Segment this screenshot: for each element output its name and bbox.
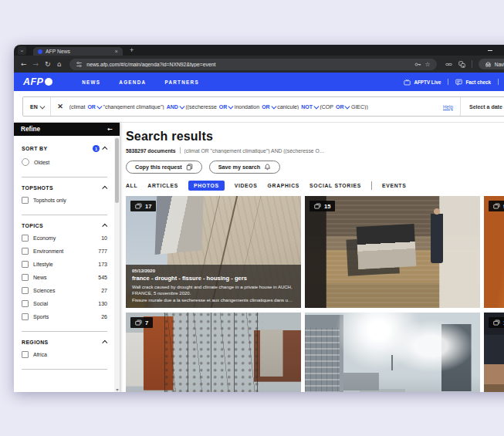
translate-icon[interactable]: [458, 61, 465, 68]
tab-close-icon[interactable]: ×: [115, 49, 118, 55]
checkbox-option[interactable]: Environment777: [22, 248, 107, 255]
incognito-icon: [485, 61, 492, 68]
bookmark-star-icon[interactable]: ☆: [425, 61, 431, 68]
nav-agenda[interactable]: AGENDA: [119, 79, 146, 85]
clear-search-icon[interactable]: ✕: [51, 103, 69, 110]
scrollbar-thumb[interactable]: [115, 138, 119, 203]
document-count: 5838297 documents: [126, 148, 176, 154]
link-icon[interactable]: [445, 61, 452, 68]
photo-result-card[interactable]: 1705/12/2020france - drought - fissure -…: [126, 196, 301, 308]
forward-icon[interactable]: →: [33, 61, 39, 68]
checkbox-control[interactable]: [22, 235, 29, 242]
checkbox-option[interactable]: News545: [22, 274, 107, 281]
checkbox-option[interactable]: Topshots only: [22, 197, 107, 204]
minimize-button[interactable]: [488, 50, 492, 51]
tab-all[interactable]: ALL: [126, 181, 137, 191]
tab-photos[interactable]: PHOTOS: [188, 181, 225, 191]
checkbox-option[interactable]: Africa: [22, 351, 107, 358]
help-link[interactable]: Help: [443, 104, 453, 110]
option-count: 26: [101, 314, 107, 319]
afp-logo-dot-icon: [45, 78, 52, 86]
photo-result-card[interactable]: [305, 313, 480, 392]
address-bar[interactable]: news.afp.com/#/c/main/agenda?id=NXN92&ty…: [69, 59, 436, 70]
query-operator[interactable]: NOT: [301, 104, 317, 110]
checkbox-option[interactable]: Lifestyle173: [22, 261, 107, 268]
query-term: (COP: [320, 104, 333, 110]
section-header[interactable]: REGIONS: [22, 340, 107, 345]
tab-events[interactable]: EVENTS: [382, 181, 406, 191]
section-header[interactable]: TOPICS: [22, 223, 107, 228]
chevron-down-icon: [314, 104, 319, 109]
section-title: TOPICS: [22, 223, 43, 228]
radio-control[interactable]: [22, 158, 29, 166]
tab-articles[interactable]: ARTICLES: [147, 181, 178, 191]
browser-window: ⌄ AFP News × + × ← → ↻ ⌂ news.afp.com/#/…: [14, 45, 504, 392]
query-operator[interactable]: AND: [167, 104, 184, 110]
browser-tab[interactable]: AFP News ×: [33, 47, 123, 56]
nav-partners[interactable]: PARTNERS: [164, 79, 199, 85]
query-token-text: canicule): [277, 104, 299, 110]
sidebar-scrollbar[interactable]: [114, 136, 120, 392]
query-operator[interactable]: OR: [262, 104, 275, 110]
checkbox-control[interactable]: [22, 248, 29, 255]
photo-count-badge: 9: [489, 201, 504, 211]
query-operator[interactable]: OR: [87, 104, 100, 110]
page-title: Search results: [126, 130, 504, 144]
checkbox-control[interactable]: [22, 351, 29, 358]
collapse-sidebar-icon[interactable]: ←: [107, 126, 113, 133]
save-search-button[interactable]: Save my search: [209, 161, 280, 174]
photo-result-card[interactable]: 9: [484, 196, 504, 308]
back-icon[interactable]: ←: [21, 61, 27, 68]
section-header[interactable]: SORT BY1: [22, 145, 107, 152]
photo-result-card[interactable]: 7: [126, 313, 301, 392]
header-link-afptv-live[interactable]: AFPTV Live: [404, 79, 441, 86]
nav-news[interactable]: NEWS: [82, 79, 100, 85]
passkey-icon[interactable]: [414, 61, 421, 68]
query-operator[interactable]: OR: [219, 104, 232, 110]
new-tab-button[interactable]: +: [130, 46, 134, 54]
radio-option[interactable]: Oldest: [22, 158, 107, 166]
query-token-text: OR: [262, 104, 270, 110]
tune-icon[interactable]: [76, 61, 83, 68]
checkbox-option[interactable]: Sports26: [22, 313, 107, 320]
checkbox-control[interactable]: [22, 274, 29, 281]
query-operator[interactable]: OR: [336, 104, 349, 110]
divider: [22, 369, 107, 370]
language-selector[interactable]: EN: [23, 104, 50, 110]
checkbox-control[interactable]: [22, 313, 29, 320]
copy-request-button[interactable]: Copy this request: [126, 161, 202, 174]
url-text[interactable]: news.afp.com/#/c/main/agenda?id=NXN92&ty…: [86, 62, 410, 67]
checkbox-control[interactable]: [22, 261, 29, 268]
chevron-up-icon: [102, 147, 107, 152]
search-query[interactable]: (climatOR"changement climatique")AND((sé…: [69, 104, 436, 110]
photo-stack-icon: [135, 319, 142, 326]
tab-graphics[interactable]: GRAPHICS: [268, 181, 299, 191]
section-header[interactable]: TOPSHOTS: [22, 185, 107, 191]
checkbox-option[interactable]: Economy10: [22, 235, 107, 242]
checkbox-control[interactable]: [22, 300, 29, 307]
photo-result-card[interactable]: 15: [305, 196, 480, 308]
checkbox-control[interactable]: [22, 197, 29, 204]
date-filter[interactable]: Select a date - between: [460, 97, 504, 116]
photo-stack-icon: [135, 203, 142, 210]
checkbox-option[interactable]: Social130: [22, 300, 107, 307]
checkbox-option[interactable]: Sciences27: [22, 287, 107, 294]
afp-logo[interactable]: AFP: [23, 76, 52, 87]
section-header-controls: [103, 340, 107, 344]
query-summary: (climat OR "changement climatique") AND …: [184, 148, 325, 154]
option-label: Social: [33, 301, 48, 306]
tab-social-stories[interactable]: SOCIAL STORIES: [310, 181, 361, 191]
photo-thumbnail: [305, 196, 480, 308]
tab-videos[interactable]: VIDEOS: [235, 181, 258, 191]
search-box[interactable]: EN ✕ (climatOR"changement climatique")AN…: [22, 96, 504, 117]
scrollbar-down-icon[interactable]: [114, 387, 120, 392]
header-link-fact-check[interactable]: Fact check: [455, 79, 491, 86]
query-token-text: inondation: [235, 104, 259, 110]
home-icon[interactable]: ⌂: [57, 61, 62, 68]
photo-count-badge: 15: [310, 201, 335, 211]
reload-icon[interactable]: ↻: [45, 61, 51, 68]
checkbox-control[interactable]: [22, 287, 29, 294]
photo-result-card[interactable]: 19: [484, 313, 504, 392]
tab-search-button[interactable]: ⌄: [18, 46, 26, 55]
query-term: (climat: [69, 104, 86, 110]
